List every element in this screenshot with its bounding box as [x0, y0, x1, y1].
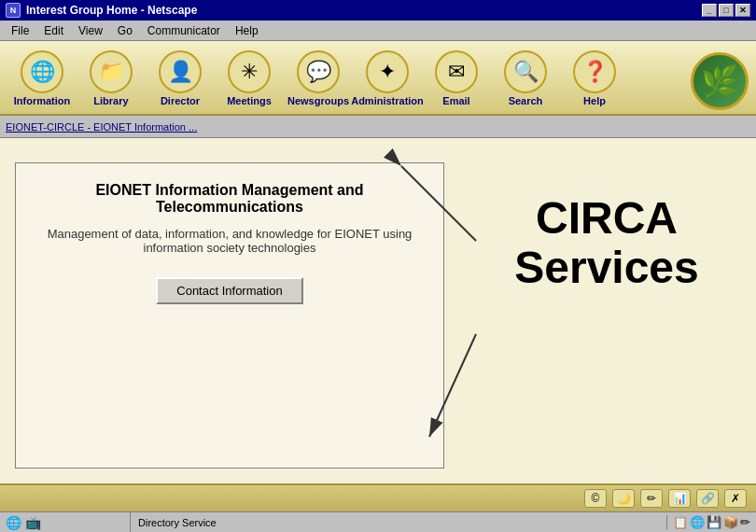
- main-content: EIONET Information Management and Teleco…: [0, 138, 756, 483]
- statusbar: 🌐 📺 Directory Service 📋 🌐 💾 📦 ✏: [0, 511, 756, 532]
- contact-information-button[interactable]: Contact Information: [156, 277, 302, 304]
- toolbar-library-label: Library: [93, 95, 128, 106]
- bottom-icon-copyright[interactable]: ©: [584, 489, 607, 508]
- statusbar-right-icon4: 📦: [723, 515, 738, 529]
- window-app-icon: N: [6, 3, 21, 18]
- menu-help[interactable]: Help: [228, 22, 266, 39]
- toolbar: 🌐 Information 📁 Library 👤 Director ✳ Mee…: [0, 41, 756, 116]
- statusbar-globe-icon: 🌐: [6, 515, 21, 530]
- bottom-toolbar: © 🌙 ✏ 📊 🔗 ✗: [0, 483, 756, 511]
- toolbar-help-label: Help: [583, 95, 606, 106]
- info-box-title: EIONET Information Management and Teleco…: [38, 182, 421, 216]
- maximize-button[interactable]: □: [719, 4, 734, 17]
- toolbar-administration-label: Administration: [351, 95, 424, 106]
- window-title: Interest Group Home - Netscape: [26, 4, 197, 17]
- minimize-button[interactable]: _: [702, 4, 717, 17]
- menu-view[interactable]: View: [71, 22, 110, 39]
- statusbar-left: 🌐 📺: [0, 512, 131, 532]
- toolbar-search-label: Search: [509, 95, 543, 106]
- location-link[interactable]: EIONET-CIRCLE - EIONET Information ...: [6, 121, 197, 133]
- menu-go[interactable]: Go: [110, 22, 140, 39]
- window-controls: _ □ ✕: [702, 4, 750, 17]
- toolbar-help[interactable]: ❓ Help: [560, 47, 629, 110]
- bottom-icon-link[interactable]: 🔗: [696, 489, 719, 508]
- bottom-icon-moon[interactable]: 🌙: [612, 489, 635, 508]
- close-button[interactable]: ✕: [735, 4, 750, 17]
- app-logo: 🌿: [691, 52, 749, 110]
- meetings-icon: ✳: [228, 50, 271, 93]
- statusbar-tv-icon: 📺: [25, 515, 41, 530]
- menu-file[interactable]: File: [4, 22, 36, 39]
- information-icon: 🌐: [21, 50, 63, 93]
- statusbar-right: 📋 🌐 💾 📦 ✏: [666, 515, 756, 529]
- location-bar: EIONET-CIRCLE - EIONET Information ...: [0, 116, 756, 138]
- circa-subtitle: Services: [504, 244, 709, 293]
- menubar: File Edit View Go Communicator Help: [0, 21, 756, 41]
- statusbar-right-icon1: 📋: [673, 515, 688, 529]
- toolbar-administration[interactable]: ✦ Administration: [353, 47, 422, 110]
- info-box: EIONET Information Management and Teleco…: [15, 162, 444, 469]
- circa-annotation: CIRCA Services: [504, 194, 709, 293]
- statusbar-text: Directory Service: [131, 517, 666, 528]
- library-icon: 📁: [90, 50, 133, 93]
- statusbar-right-icon3: 💾: [707, 515, 721, 529]
- toolbar-library[interactable]: 📁 Library: [77, 47, 146, 110]
- toolbar-directory[interactable]: 👤 Director: [146, 47, 215, 110]
- toolbar-directory-label: Director: [161, 95, 200, 106]
- toolbar-meetings-label: Meetings: [227, 95, 272, 106]
- toolbar-newsgroups[interactable]: 💬 Newsgroups: [284, 47, 353, 110]
- titlebar: N Interest Group Home - Netscape _ □ ✕: [0, 0, 756, 21]
- toolbar-information-label: Information: [14, 95, 71, 106]
- administration-icon: ✦: [366, 50, 409, 93]
- email-icon: ✉: [435, 50, 478, 93]
- bottom-icon-edit[interactable]: ✏: [640, 489, 663, 508]
- search-icon: 🔍: [504, 50, 547, 93]
- toolbar-email-label: Email: [442, 95, 469, 106]
- toolbar-information[interactable]: 🌐 Information: [7, 47, 77, 110]
- toolbar-newsgroups-label: Newsgroups: [287, 95, 349, 106]
- newsgroups-icon: 💬: [297, 50, 340, 93]
- toolbar-meetings[interactable]: ✳ Meetings: [215, 47, 284, 110]
- content-body: EIONET Information Management and Teleco…: [0, 138, 756, 483]
- statusbar-right-icon2: 🌐: [690, 515, 705, 529]
- statusbar-right-icon5: ✏: [740, 515, 750, 529]
- help-icon: ❓: [573, 50, 616, 93]
- menu-edit[interactable]: Edit: [36, 22, 71, 39]
- menu-communicator[interactable]: Communicator: [140, 22, 228, 39]
- directory-icon: 👤: [159, 50, 202, 93]
- circa-title: CIRCA: [504, 194, 709, 244]
- bottom-icon-close[interactable]: ✗: [724, 489, 747, 508]
- toolbar-email[interactable]: ✉ Email: [422, 47, 491, 110]
- info-box-subtitle: Management of data, information, and kno…: [38, 227, 421, 255]
- toolbar-search[interactable]: 🔍 Search: [491, 47, 560, 110]
- bottom-icon-chart[interactable]: 📊: [668, 489, 691, 508]
